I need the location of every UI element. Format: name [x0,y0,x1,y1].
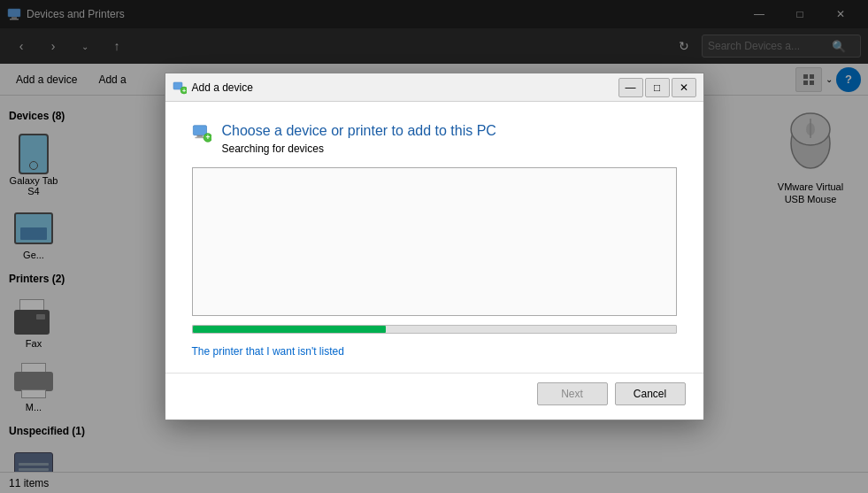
dialog-content: + Choose a device or printer to add to t… [165,102,703,373]
add-device-dialog: + Add a device — □ ✕ [165,73,704,420]
svg-rect-14 [193,126,206,135]
progress-bar-fill [193,326,386,333]
dialog-close-button[interactable]: ✕ [672,78,696,97]
add-device-header-icon: + [192,123,211,143]
dialog-window-controls: — □ ✕ [618,78,696,97]
dialog-footer: Next Cancel [165,373,703,420]
printer-not-listed-link[interactable]: The printer that I want isn't listed [192,345,344,358]
progress-bar-track [192,325,677,334]
device-list-box [192,167,677,316]
svg-text:+: + [181,88,185,94]
svg-rect-15 [196,135,203,137]
dialog-main-title: Choose a device or printer to add to thi… [222,123,677,139]
svg-text:+: + [205,134,210,142]
dialog-subtitle: Searching for devices [222,143,677,155]
dialog-header: + Choose a device or printer to add to t… [192,123,677,155]
dialog-app-icon: + [173,81,187,95]
cancel-button[interactable]: Cancel [615,382,686,405]
dialog-title: Add a device [192,81,618,94]
dialog-overlay: + Add a device — □ ✕ [0,0,868,493]
next-button[interactable]: Next [537,382,608,405]
dialog-header-text: Choose a device or printer to add to thi… [222,123,677,155]
dialog-maximize-button[interactable]: □ [645,78,670,97]
dialog-title-bar: + Add a device — □ ✕ [165,73,703,102]
dialog-minimize-button[interactable]: — [618,78,643,97]
